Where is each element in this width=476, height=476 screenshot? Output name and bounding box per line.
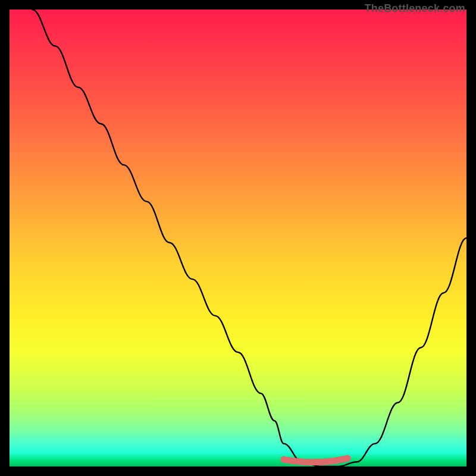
chart-container: TheBottleneck.com xyxy=(0,0,476,476)
chart-plot-area xyxy=(10,10,466,466)
optimal-range-marker xyxy=(284,458,348,462)
chart-svg xyxy=(10,10,466,466)
watermark-text: TheBottleneck.com xyxy=(365,2,465,15)
bottleneck-curve xyxy=(32,10,466,466)
